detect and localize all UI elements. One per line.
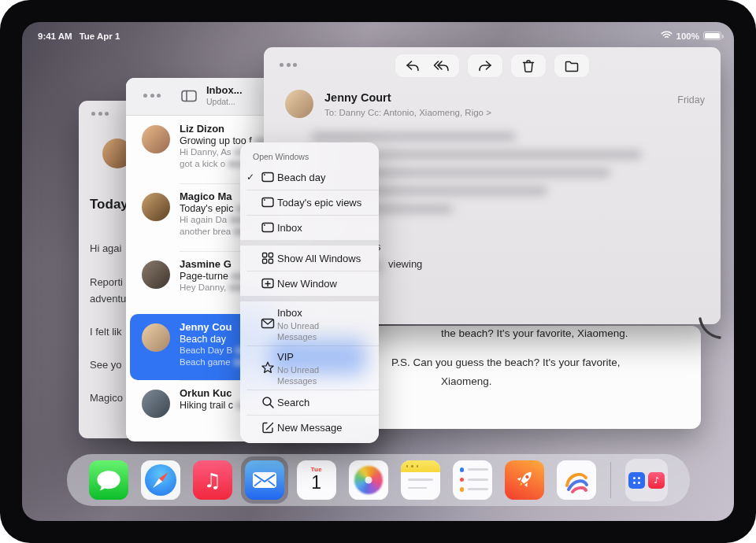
envelope-icon [258,316,277,331]
reply-button[interactable] [405,58,421,74]
body-line: I felt lik [90,326,121,338]
subject: Hiking trail c [180,400,233,411]
preview-line: Hi Danny, As [180,147,232,157]
avatar [142,193,170,221]
sidebar-toggle-icon[interactable] [181,90,197,105]
subject: Growing up too f [180,135,252,146]
dock-drawing-icon[interactable] [557,460,596,500]
dock-divider [610,462,612,498]
preview-line: Hi again Da [180,215,227,224]
window-controls-icon[interactable] [91,112,109,116]
avatar [285,90,313,118]
menu-item-label: Inbox [277,307,302,319]
body-line: adventu [90,293,126,305]
avatar [142,260,170,289]
checkmark-icon: ✓ [246,172,258,183]
avatar [142,323,170,352]
search-icon [258,396,277,409]
subject: Today's epic [180,203,233,214]
mini-app-icon [628,472,645,489]
menu-item-todays-epic-views[interactable]: Today's epic views [240,190,379,215]
preview-line: got a kick o [180,159,225,168]
menu-item-label: New Message [277,422,342,434]
status-bar: 9:41 AM Tue Apr 1 100% [22,22,734,46]
music-note-icon: ♫ [204,469,221,492]
recipients-line[interactable]: To: Danny Cc: Antonio, Xiaomeng, Rigo > [324,108,491,117]
message-toolbar [395,54,590,78]
status-time: 9:41 AM [38,31,72,41]
calendar-day: 1 [311,474,321,492]
menu-item-label: Show All Windows [277,253,361,264]
menu-item-inbox[interactable]: Inbox No Unread Messages [240,301,379,345]
menu-item-beach-day[interactable]: ✓ Beach day [240,164,379,190]
open-windows-menu: Open Windows ✓ Beach day Today's epic vi… [240,142,379,443]
dock-mail-icon[interactable] [245,460,284,500]
screen: 9:41 AM Tue Apr 1 100% Today Hi agai Rep… [22,22,734,521]
dock-rocket-icon[interactable] [505,460,544,500]
dock-music-icon[interactable]: ♫ [193,460,232,500]
body-line: Magico [90,392,123,404]
message-text: Xiaomeng. [441,375,492,387]
menu-item-label: Today's epic views [277,197,361,209]
menu-item-label: Search [277,397,309,408]
battery-percent: 100% [676,31,699,41]
menu-item-label: Inbox [277,222,302,234]
window-resize-handle[interactable] [698,316,721,343]
star-icon [258,360,277,375]
trash-button[interactable] [521,58,536,74]
menu-item-sublabel: No Unread Messages [277,320,356,343]
dock-safari-icon[interactable] [141,460,180,500]
dock-app-library-icon[interactable]: ♪ [625,459,668,501]
menu-item-label: New Window [277,278,337,290]
message-text: the beach? It's your favorite, Xiaomeng. [441,327,628,339]
blurred-text [311,132,516,141]
notes-header-band [401,460,440,472]
body-line: See yo [90,359,121,371]
forward-button[interactable] [477,58,493,74]
message-text: viewing [388,258,422,270]
inbox-subtitle: Updat... [206,97,243,107]
window-controls-icon[interactable] [280,63,297,67]
ipad-device: 9:41 AM Tue Apr 1 100% Today Hi agai Rep… [0,0,756,543]
reply-all-button[interactable] [433,58,450,74]
dock: ♫ Tue 1 [67,454,690,506]
menu-separator [240,240,379,246]
status-date: Tue Apr 1 [80,31,120,41]
compose-icon [258,420,277,434]
window-icon [258,220,277,235]
window-icon [258,195,277,209]
message-heading: Today [90,197,128,212]
folder-button[interactable] [564,58,580,74]
wifi-icon [661,31,673,41]
dock-reminders-icon[interactable] [453,460,492,500]
preview-line: Beach game [180,357,231,367]
menu-separator [240,296,379,301]
menu-item-vip[interactable]: VIP No Unread Messages [240,345,379,390]
menu-item-new-message[interactable]: New Message [240,415,379,440]
avatar [142,125,170,153]
menu-item-sublabel: No Unread Messages [277,364,356,387]
inbox-title: Inbox... [206,84,243,97]
menu-header: Open Windows [240,142,379,164]
battery-icon [703,31,721,40]
avatar [142,390,170,418]
message-date: Friday [677,94,705,105]
body-line: Hi agai [90,242,121,254]
menu-item-new-window[interactable]: New Window [240,271,379,296]
menu-item-inbox-window[interactable]: Inbox [240,215,379,240]
dock-calendar-icon[interactable]: Tue 1 [297,460,336,500]
preview-line: Hey Danny, [180,283,226,292]
menu-item-search[interactable]: Search [240,390,379,415]
sender-name: Jenny Court [324,91,391,104]
mini-app-icon: ♪ [648,472,665,489]
dock-photos-icon[interactable] [349,460,388,500]
preview-line: another brea [180,227,231,236]
menu-item-label: VIP [277,351,294,363]
dock-mail-slot [245,460,284,500]
dock-messages-icon[interactable] [89,460,128,500]
menu-item-show-all-windows[interactable]: Show All Windows [240,246,379,271]
window-icon [258,170,277,184]
window-controls-icon[interactable] [143,94,161,98]
grid-icon [258,252,277,264]
dock-notes-icon[interactable] [401,460,440,500]
